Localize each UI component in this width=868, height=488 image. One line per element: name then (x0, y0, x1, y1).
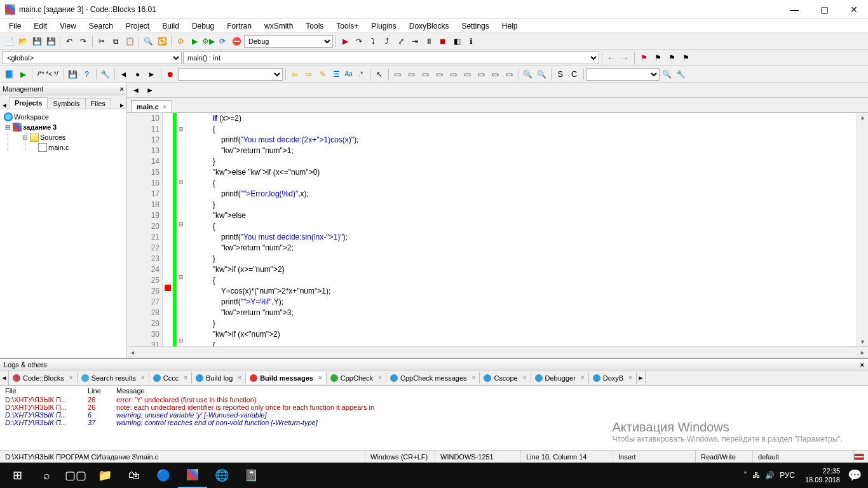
menu-view[interactable]: View (53, 20, 83, 32)
rect5-icon[interactable]: ▭ (447, 68, 460, 81)
log-row[interactable]: D:\ХНТУ\ЯЗЫК П...26error: 'Y' undeclared… (0, 396, 868, 403)
tray-network-icon[interactable]: 🖧 (752, 471, 760, 480)
chrome-icon[interactable]: 🔵 (149, 463, 178, 488)
management-close-icon[interactable]: × (120, 85, 124, 93)
abort-icon[interactable]: ⛔ (230, 35, 243, 48)
app-globe-icon[interactable]: 🌐 (207, 463, 236, 488)
rect3-icon[interactable]: ▭ (419, 68, 432, 81)
log-tab-cppcheck-messages[interactable]: CppCheck messages× (386, 372, 480, 384)
cut-icon[interactable]: ✂ (95, 35, 108, 48)
tray-language[interactable]: РУС (780, 471, 795, 480)
search-go-icon[interactable]: 🔍 (661, 68, 674, 81)
settings-icon[interactable]: 🔧 (99, 68, 112, 81)
log-tab-debugger[interactable]: Debugger× (531, 372, 589, 384)
build-icon[interactable]: ⚙ (174, 35, 187, 48)
log-tab-scroll-right[interactable]: ► (637, 370, 646, 385)
arrow-left-yellow-icon[interactable]: ⇦ (288, 68, 301, 81)
nav-back-icon[interactable]: ← (605, 51, 618, 64)
bookmark-flag-red-icon[interactable]: ⚑ (637, 51, 650, 64)
tree-sources[interactable]: ⊟ Sources (18, 132, 125, 142)
task-view-icon[interactable]: ▢▢ (61, 463, 90, 488)
tree-file-main[interactable]: main.c (36, 142, 125, 152)
rect7-icon[interactable]: ▭ (475, 68, 488, 81)
text-aa-icon[interactable]: Aa (344, 68, 353, 81)
notification-icon[interactable]: 💬 (844, 463, 865, 488)
rect6-icon[interactable]: ▭ (461, 68, 474, 81)
doxy-run-icon[interactable]: ▶ (17, 68, 29, 81)
tab-projects[interactable]: Projects (9, 97, 48, 109)
regex-icon[interactable]: .* (355, 68, 367, 81)
rect4-icon[interactable]: ▭ (433, 68, 446, 81)
log-row[interactable]: D:\ХНТУ\ЯЗЫК П...6warning: unused variab… (0, 411, 868, 419)
tree-project[interactable]: ⊟ задание 3 (1, 122, 125, 132)
store-icon[interactable]: 🛍 (119, 463, 149, 488)
replace-icon[interactable]: 🔁 (156, 35, 168, 48)
vertical-scrollbar[interactable] (857, 113, 868, 346)
debug-next-icon[interactable]: ⇥ (409, 35, 421, 48)
menu-build[interactable]: Build (156, 20, 186, 32)
save-blue-icon[interactable]: 💾 (67, 68, 79, 81)
nav-prev-icon[interactable]: ◄ (118, 68, 130, 81)
log-tab-build-messages[interactable]: Build messages× (246, 372, 327, 384)
bookmark-clear-icon[interactable]: ⚑ (679, 51, 692, 64)
bookmark-next-icon[interactable]: ⚑ (665, 51, 678, 64)
expander-icon[interactable]: ⊟ (21, 134, 29, 141)
pointer-icon[interactable]: ↖ (373, 68, 386, 81)
search-combo[interactable] (587, 68, 660, 81)
debug-windows-icon[interactable]: ◧ (451, 35, 463, 48)
help-icon[interactable]: ? (81, 68, 93, 81)
letter-c-icon[interactable]: C (568, 68, 581, 81)
copy-icon[interactable]: ⧉ (109, 35, 122, 48)
menu-fortran[interactable]: Fortran (220, 20, 258, 32)
bookmark-prev-icon[interactable]: ⚑ (651, 51, 664, 64)
project-tree[interactable]: Workspace ⊟ задание 3 ⊟ Sources main.c (0, 109, 126, 358)
tray-volume-icon[interactable]: 🔊 (765, 471, 775, 480)
fold-column[interactable]: ⊟⊟⊟⊟⊟ (177, 113, 186, 346)
maximize-button[interactable]: ▢ (815, 3, 834, 16)
new-file-icon[interactable]: 📄 (3, 35, 15, 48)
comment-style-icon[interactable]: /** *< */ (35, 68, 61, 81)
log-tab-cppcheck[interactable]: CppCheck× (327, 372, 386, 384)
minimize-button[interactable]: — (785, 3, 804, 16)
menu-doxyblocks[interactable]: DoxyBlocks (403, 20, 456, 32)
log-tab-cscope[interactable]: Cscope× (480, 372, 531, 384)
debug-break-icon[interactable]: ⏸ (423, 35, 435, 48)
log-tab-search-results[interactable]: Search results× (78, 372, 149, 384)
function-select[interactable]: main() : int (183, 51, 599, 64)
debug-step-icon[interactable]: ⤵ (367, 35, 379, 48)
highlight-icon[interactable]: ✎ (316, 68, 329, 81)
rect8-icon[interactable]: ▭ (489, 68, 502, 81)
build-run-icon[interactable]: ⚙▶ (202, 35, 215, 48)
debug-info-icon[interactable]: ℹ (465, 35, 477, 48)
tab-files[interactable]: Files (85, 98, 111, 109)
mgmt-tab-scroll-right[interactable]: ► (118, 102, 126, 109)
menu-help[interactable]: Help (496, 20, 524, 32)
search-options-icon[interactable]: 🔧 (675, 68, 688, 81)
editor-tab-main[interactable]: main.c × (131, 100, 172, 112)
open-icon[interactable]: 📂 (17, 35, 29, 48)
rect9-icon[interactable]: ▭ (503, 68, 516, 81)
menu-plugins[interactable]: Plugins (365, 20, 402, 32)
editor-bar-back-icon[interactable]: ◄ (130, 84, 142, 97)
logs-close-icon[interactable]: × (860, 361, 864, 369)
undo-icon[interactable]: ↶ (63, 35, 76, 48)
save-all-icon[interactable]: 💾 (44, 35, 57, 48)
language-flag-icon[interactable] (854, 454, 864, 460)
save-icon[interactable]: 💾 (31, 35, 43, 48)
build-target-select[interactable]: Debug (244, 35, 333, 48)
debug-continue-icon[interactable]: ↷ (353, 35, 365, 48)
rect1-icon[interactable]: ▭ (391, 68, 404, 81)
menu-search[interactable]: Search (83, 20, 119, 32)
rect2-icon[interactable]: ▭ (405, 68, 418, 81)
expander-icon[interactable]: ⊟ (4, 124, 11, 131)
code-editor[interactable]: 1011121314151617181920212223242526272829… (127, 113, 868, 346)
nav-next-icon[interactable]: ► (146, 68, 158, 81)
editor-bar-fwd-icon[interactable]: ► (144, 84, 156, 97)
menu-tools+[interactable]: Tools+ (330, 20, 365, 32)
log-tab-code-blocks[interactable]: Code::Blocks× (9, 372, 78, 384)
system-tray[interactable]: ˄ 🖧 🔊 РУС (737, 471, 801, 480)
menu-debug[interactable]: Debug (186, 20, 220, 32)
nav-stop-icon[interactable]: ● (132, 68, 144, 81)
record-icon[interactable]: ⏺ (164, 68, 177, 81)
debug-step-over-icon[interactable]: ⤴ (381, 35, 393, 48)
